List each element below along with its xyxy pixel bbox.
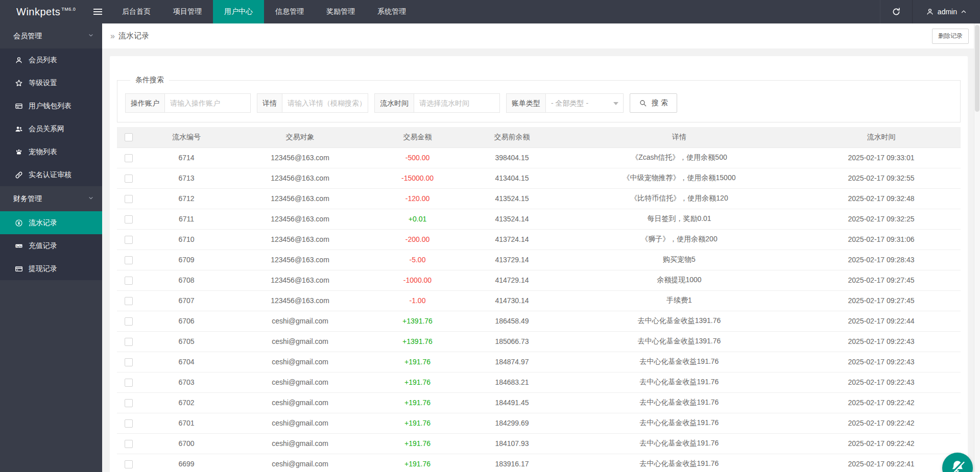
link-icon [14,171,23,179]
row-checkbox[interactable] [125,236,133,244]
cell-record-id: 6710 [140,229,232,250]
search-panel: 条件搜索 操作账户 详情 流水时间 账单类型 - 全部类型 - 搜 索 [117,76,961,122]
select-all-checkbox[interactable] [125,133,133,141]
sidebar-item-提现记录[interactable]: 提现记录 [0,257,102,280]
sidebar-item-会员列表[interactable]: 会员列表 [0,48,102,71]
cell-time: 2025-02-17 09:27:45 [802,270,961,290]
cell-time: 2025-02-17 09:22:43 [802,372,961,392]
column-header-0: 流水编号 [140,127,232,147]
sidebar-group-1[interactable]: 财务管理 [0,186,102,211]
row-checkbox[interactable] [125,358,133,366]
cell-detail: 购买宠物5 [557,250,802,270]
sidebar-item-流水记录[interactable]: 流水记录 [0,211,102,234]
row-checkbox[interactable] [125,215,133,223]
search-field-3: 账单类型 - 全部类型 - [506,93,624,113]
breadcrumb: » 流水记录 [110,31,149,41]
nav-item-label: 奖励管理 [326,7,355,16]
content-card: 条件搜索 操作账户 详情 流水时间 账单类型 - 全部类型 - 搜 索 [110,56,968,472]
cell-detail: 《中级宠物推荐》，使用余额15000 [557,168,802,188]
table-row: 6699 ceshi@gmail.com +191.76 183916.17 去… [117,454,961,472]
sidebar-item-label: 流水记录 [29,218,57,228]
records-table: 流水编号交易对象交易金额交易前余额详情流水时间 6714 123456@163.… [117,127,961,472]
row-checkbox[interactable] [125,379,133,387]
sidebar-collapse-button[interactable] [84,0,111,23]
sidebar-item-等级设置[interactable]: 等级设置 [0,71,102,94]
vertical-scrollbar[interactable] [974,23,980,472]
nav-item-0[interactable]: 后台首页 [111,0,162,23]
sidebar-group-0[interactable]: 会员管理 [0,23,102,48]
cell-account: 123456@163.com [232,147,368,168]
row-checkbox-cell [117,168,140,188]
sidebar-item-会员关系网[interactable]: 会员关系网 [0,117,102,140]
row-checkbox[interactable] [125,440,133,448]
sidebar-item-宠物列表[interactable]: 宠物列表 [0,140,102,163]
delete-records-button[interactable]: 删除记录 [932,29,969,44]
row-checkbox-cell [117,433,140,454]
field-input-1[interactable] [282,93,368,113]
navbar-right: admin [880,0,980,23]
search-field-2: 流水时间 [374,93,500,113]
row-checkbox-cell [117,209,140,229]
cell-account: ceshi@gmail.com [232,331,368,352]
row-checkbox[interactable] [125,419,133,428]
row-checkbox[interactable] [125,256,133,264]
sidebar-group-label: 会员管理 [13,32,42,41]
row-checkbox[interactable] [125,175,133,183]
table-row: 6702 ceshi@gmail.com +191.76 184491.45 去… [117,392,961,413]
row-checkbox-cell [117,311,140,331]
table-row: 6711 123456@163.com +0.01 413524.14 每日签到… [117,209,961,229]
nav-item-5[interactable]: 系统管理 [366,0,417,23]
cell-record-id: 6703 [140,372,232,392]
sidebar-item-充值记录[interactable]: PayPal 充值记录 [0,234,102,257]
user-icon [14,56,23,64]
select-value: - 全部类型 - [551,99,588,107]
cell-detail: 手续费1 [557,290,802,311]
cell-time: 2025-02-17 09:32:48 [802,188,961,209]
row-checkbox[interactable] [125,195,133,203]
cell-balance-before: 184299.69 [467,413,557,433]
cell-account: 123456@163.com [232,209,368,229]
table-header-row: 流水编号交易对象交易金额交易前余额详情流水时间 [117,127,961,147]
cell-record-id: 6699 [140,454,232,472]
cell-account: ceshi@gmail.com [232,352,368,372]
row-checkbox[interactable] [125,277,133,285]
nav-item-label: 信息管理 [275,7,304,16]
cell-amount: -5.00 [368,250,467,270]
row-checkbox-cell [117,290,140,311]
app-logo-version: TM6.0 [61,7,76,12]
row-checkbox[interactable] [125,154,133,162]
sidebar-item-label: 宠物列表 [29,147,57,157]
row-checkbox[interactable] [125,399,133,407]
search-form: 操作账户 详情 流水时间 账单类型 - 全部类型 - 搜 索 [125,93,952,113]
cell-balance-before: 184491.45 [467,392,557,413]
nav-item-2[interactable]: 用户中心 [213,0,264,23]
column-header-4: 详情 [557,127,802,147]
row-checkbox[interactable] [125,317,133,326]
search-button[interactable]: 搜 索 [630,93,677,113]
bill-type-select[interactable]: - 全部类型 - [546,93,624,113]
scrollbar-thumb[interactable] [975,25,979,112]
refresh-button[interactable] [880,0,913,23]
search-icon [639,99,647,107]
row-checkbox[interactable] [125,460,133,468]
row-checkbox[interactable] [125,297,133,305]
credit-card-icon [14,265,23,273]
cell-balance-before: 413404.15 [467,168,557,188]
user-avatar-icon [926,8,934,16]
nav-item-3[interactable]: 信息管理 [264,0,315,23]
cell-amount: -200.00 [368,229,467,250]
cell-record-id: 6701 [140,413,232,433]
nav-item-1[interactable]: 项目管理 [162,0,213,23]
sidebar-item-实名认证审核[interactable]: 实名认证审核 [0,163,102,186]
table-body: 6714 123456@163.com -500.00 398404.15 《Z… [117,147,961,472]
sidebar-item-label: 用户钱包列表 [29,102,71,111]
sidebar-item-用户钱包列表[interactable]: 用户钱包列表 [0,94,102,117]
yen-circle-icon [14,219,23,227]
user-menu[interactable]: admin [913,0,980,23]
row-checkbox[interactable] [125,338,133,346]
field-input-0[interactable] [165,93,251,113]
table-row: 6709 123456@163.com -5.00 413729.14 购买宠物… [117,250,961,270]
field-input-2[interactable] [414,93,500,113]
nav-item-4[interactable]: 奖励管理 [315,0,366,23]
field-label: 操作账户 [125,93,165,113]
